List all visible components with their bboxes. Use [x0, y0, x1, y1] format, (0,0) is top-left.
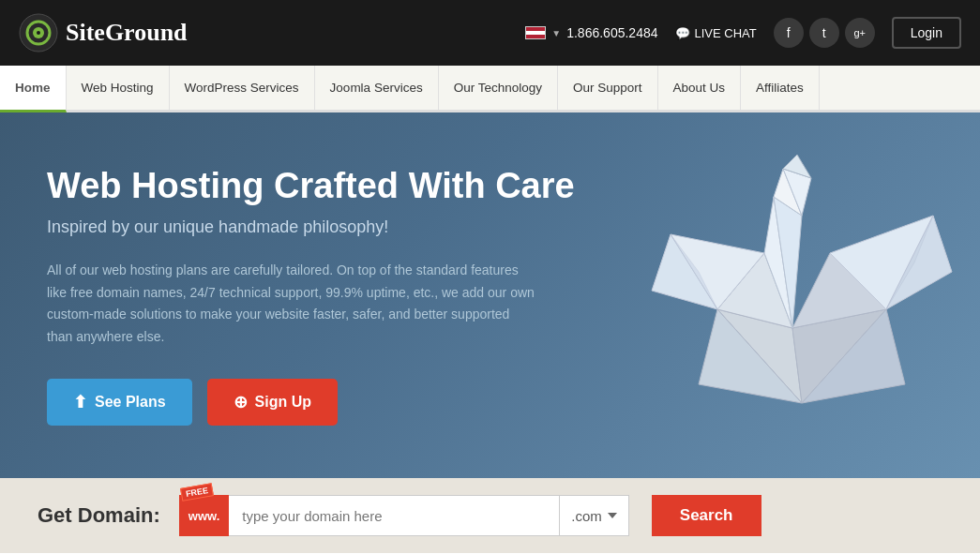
domain-input-wrapper: FREE www. .com [179, 495, 629, 536]
domain-www: FREE www. [179, 495, 229, 536]
hero-description: All of our web hosting plans are careful… [47, 260, 535, 349]
domain-label: Get Domain: [38, 503, 160, 528]
social-icons: f t g+ [774, 18, 875, 48]
domain-input[interactable] [229, 495, 560, 536]
main-nav: Home Web Hosting WordPress Services Joom… [0, 66, 980, 112]
hero-section: Web Hosting Crafted With Care Inspired b… [0, 112, 980, 478]
search-button[interactable]: Search [652, 495, 761, 536]
hero-content: Web Hosting Crafted With Care Inspired b… [47, 165, 575, 426]
nav-item-support[interactable]: Our Support [558, 66, 658, 110]
hero-buttons: ⬆ See Plans ⊕ Sign Up [47, 379, 575, 426]
hero-subtitle: Inspired by our unique handmade philosop… [47, 217, 575, 237]
login-button[interactable]: Login [892, 17, 961, 49]
plans-icon: ⬆ [73, 392, 87, 412]
domain-section: Get Domain: FREE www. .com Search [0, 478, 980, 553]
chat-icon: 💬 [675, 26, 690, 40]
dropdown-arrow: ▼ [551, 28, 561, 38]
nav-item-technology[interactable]: Our Technology [439, 66, 558, 110]
flag-phone: ▼ 1.866.605.2484 [525, 25, 657, 40]
see-plans-button[interactable]: ⬆ See Plans [47, 379, 192, 426]
hero-title: Web Hosting Crafted With Care [47, 165, 575, 208]
logo-icon [19, 13, 58, 52]
free-badge: FREE [180, 483, 214, 502]
logo[interactable]: SiteGround [19, 13, 188, 52]
header-right: ▼ 1.866.605.2484 💬 LIVE CHAT f t g+ Logi… [525, 17, 961, 49]
signup-icon: ⊕ [234, 392, 248, 412]
nav-item-home[interactable]: Home [0, 66, 67, 112]
nav-item-affiliates[interactable]: Affiliates [741, 66, 820, 110]
sign-up-button[interactable]: ⊕ Sign Up [207, 379, 338, 426]
live-chat[interactable]: 💬 LIVE CHAT [675, 26, 757, 40]
facebook-icon[interactable]: f [774, 18, 804, 48]
origami-bird-illustration [642, 141, 961, 422]
nav-item-wordpress[interactable]: WordPress Services [170, 66, 315, 110]
nav-item-web-hosting[interactable]: Web Hosting [67, 66, 170, 110]
us-flag-icon [525, 26, 546, 39]
header: SiteGround ▼ 1.866.605.2484 💬 LIVE CHAT … [0, 0, 980, 66]
logo-text: SiteGround [66, 19, 188, 47]
chevron-down-icon [608, 513, 617, 518]
googleplus-icon[interactable]: g+ [845, 18, 875, 48]
nav-item-joomla[interactable]: Joomla Services [315, 66, 439, 110]
domain-extension-selector[interactable]: .com [560, 495, 629, 536]
svg-point-3 [37, 31, 40, 35]
phone-number: 1.866.605.2484 [566, 25, 657, 40]
nav-item-about[interactable]: About Us [658, 66, 742, 110]
twitter-icon[interactable]: t [809, 18, 839, 48]
